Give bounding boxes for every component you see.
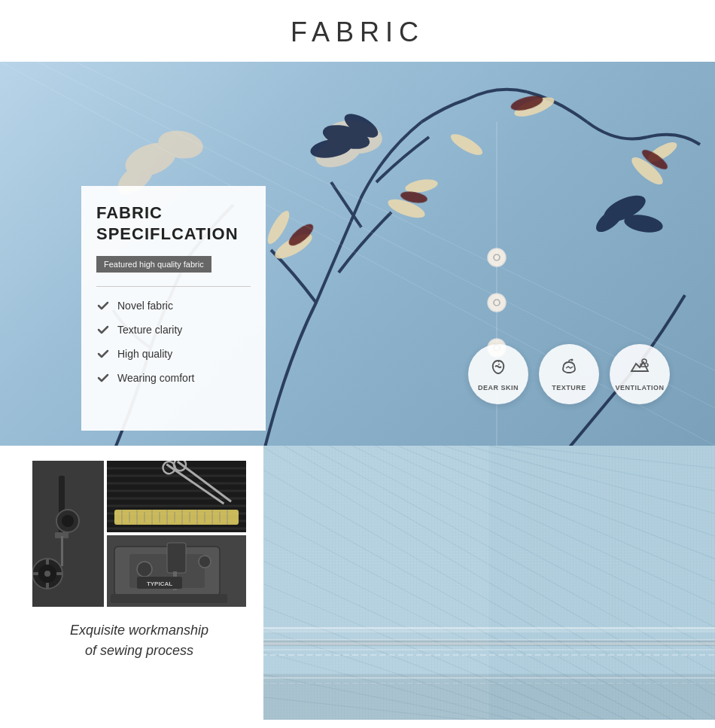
svg-rect-87 — [111, 594, 227, 603]
svg-point-43 — [44, 571, 50, 577]
dear-skin-label: DEAR SKIN — [478, 384, 519, 391]
bottom-section: TYPICAL Exquisite workmanship of sewing … — [0, 446, 715, 720]
svg-rect-81 — [167, 543, 186, 573]
hero-section: FABRICSPECIFLCATION Featured high qualit… — [0, 62, 715, 446]
spec-badge: Featured high quality fabric — [96, 256, 211, 273]
dear-skin-badge: DEAR SKIN — [468, 344, 528, 404]
spec-item-quality: High quality — [96, 347, 251, 361]
svg-rect-45 — [46, 583, 49, 589]
sewing-machine-image: TYPICAL — [107, 535, 246, 607]
spec-divider — [96, 286, 251, 287]
svg-point-33 — [571, 358, 574, 361]
svg-point-84 — [199, 556, 211, 568]
page-title: FABRIC — [0, 17, 715, 48]
svg-point-40 — [62, 515, 74, 527]
denim-seam-2 — [263, 639, 715, 641]
ventilation-label: VENTILATION — [616, 384, 665, 391]
dear-skin-icon — [489, 358, 507, 380]
check-icon-4 — [96, 371, 110, 385]
svg-rect-44 — [46, 559, 49, 565]
feature-badges: DEAR SKIN TEXTURE — [468, 344, 670, 404]
svg-text:TYPICAL: TYPICAL — [147, 580, 172, 587]
spec-item-novel: Novel fabric — [96, 299, 251, 312]
svg-rect-47 — [56, 572, 62, 575]
sewing-caption: Exquisite workmanship of sewing process — [70, 620, 208, 661]
svg-point-4 — [448, 130, 485, 159]
texture-badge: TEXTURE — [539, 344, 599, 404]
sewing-left: TYPICAL Exquisite workmanship of sewing … — [0, 446, 263, 720]
ventilation-badge: VENTILATION — [610, 344, 670, 404]
svg-point-83 — [137, 562, 152, 577]
texture-icon — [560, 358, 578, 380]
spec-card-title: FABRICSPECIFLCATION — [96, 203, 251, 244]
svg-rect-46 — [32, 572, 38, 575]
denim-seam — [263, 627, 715, 629]
texture-label: TEXTURE — [552, 384, 586, 391]
page-header: FABRIC — [0, 0, 715, 62]
spec-item-texture: Texture clarity — [96, 323, 251, 337]
spec-card: FABRICSPECIFLCATION Featured high qualit… — [81, 186, 266, 431]
spec-item-comfort: Wearing comfort — [96, 371, 251, 385]
denim-closeup — [263, 446, 715, 720]
check-icon — [96, 299, 110, 312]
check-icon-3 — [96, 347, 110, 361]
svg-rect-38 — [61, 536, 63, 566]
ventilation-icon — [630, 358, 650, 380]
scissors-image — [107, 461, 246, 532]
spec-list: Novel fabric Texture clarity High qualit… — [96, 299, 251, 385]
sewing-image-grid: TYPICAL — [32, 461, 246, 607]
check-icon-2 — [96, 323, 110, 337]
sewing-machine-image-tall — [32, 461, 104, 607]
denim-texture-overlay — [263, 446, 715, 720]
